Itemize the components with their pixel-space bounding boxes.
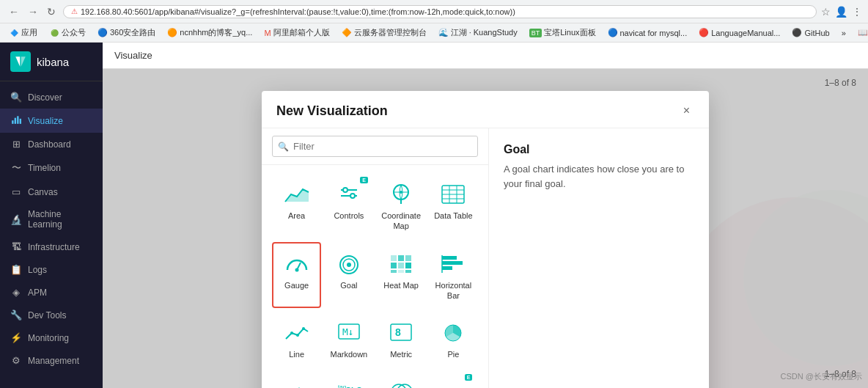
experimental-badge-controls: E <box>360 177 368 183</box>
area-icon <box>282 181 312 208</box>
svg-rect-24 <box>391 255 397 261</box>
viz-item-metric[interactable]: 8 Metric <box>377 311 426 367</box>
nav-buttons[interactable]: ← → ↻ <box>6 4 59 19</box>
viz-item-data-table[interactable]: Data Table <box>429 172 478 239</box>
bookmark-ncnhhm[interactable]: 🟠 ncnhhm的博客_yq... <box>164 26 255 40</box>
viz-item-goal[interactable]: Goal <box>324 242 373 309</box>
reload-button[interactable]: ↻ <box>44 4 59 19</box>
svg-rect-30 <box>391 270 397 273</box>
sidebar-label-management: Management <box>28 356 79 366</box>
sidebar-item-devtools[interactable]: 🔧 Dev Tools <box>0 304 103 326</box>
gzh-icon: 🟢 <box>49 28 59 38</box>
vega-icon: E </> <box>438 378 468 388</box>
viz-item-horizontal-bar[interactable]: Horizontal Bar <box>429 242 478 309</box>
sidebar-label-logs: Logs <box>28 265 47 275</box>
sidebar-item-infrastructure[interactable]: 🏗 Infrastructure <box>0 235 103 258</box>
bookmark-baota[interactable]: BT 宝塔Linux面板 <box>526 26 599 40</box>
svg-rect-33 <box>442 256 457 260</box>
viz-grid: Area E Controls <box>262 165 488 388</box>
svg-rect-34 <box>442 261 463 265</box>
bookmark-aliyun-mail[interactable]: M 阿里邮箱个人版 <box>261 26 332 40</box>
sidebar-item-dashboard[interactable]: ⊞ Dashboard <box>0 133 103 155</box>
sidebar-item-logs[interactable]: 📋 Logs <box>0 258 103 281</box>
svg-point-10 <box>350 194 355 198</box>
canvas-icon: ▭ <box>10 186 22 197</box>
bookmark-star-icon[interactable]: ☆ <box>821 6 831 18</box>
gauge-label: Gauge <box>284 280 309 290</box>
sidebar-item-canvas[interactable]: ▭ Canvas <box>0 180 103 203</box>
data-table-label: Data Table <box>434 211 472 221</box>
sidebar-item-management[interactable]: ⚙ Management <box>0 349 103 372</box>
svg-rect-3 <box>20 119 21 124</box>
viz-grid-inner: Area E Controls <box>272 172 478 388</box>
modal-close-button[interactable]: × <box>679 103 694 119</box>
main-content: Visualize 1–8 of 8 1–8 of 8 CSDN @长安有效显示… <box>103 43 868 388</box>
kibana-icon <box>10 51 31 72</box>
bookmark-gongzhonghao[interactable]: 🟢 公众号 <box>46 26 89 40</box>
sidebar-label-infrastructure: Infrastructure <box>28 242 80 252</box>
bookmark-cloud-console[interactable]: 🔶 云服务器管理控制台 <box>339 26 430 40</box>
heat-map-icon <box>386 251 416 277</box>
profile-icon[interactable]: 👤 <box>835 6 847 18</box>
pie-icon <box>438 320 468 346</box>
back-button[interactable]: ← <box>6 4 22 19</box>
url-bar[interactable]: ⚠ 192.168.80.40:5601/app/kibana#/visuali… <box>63 5 817 18</box>
bookmark-readinglist[interactable]: 📖 阅读清单 <box>855 26 868 40</box>
cloud-icon: 🔶 <box>342 28 352 37</box>
viz-item-coordinate-map[interactable]: Coordinate Map <box>377 172 426 239</box>
bookmark-kuangstudy[interactable]: 🌊 江湖 · KuangStudy <box>435 26 521 40</box>
dashboard-icon: ⊞ <box>10 139 22 150</box>
timelion-viz-icon <box>386 378 416 388</box>
viz-item-tag-cloud[interactable]: tagCLOUDwordtext Tag Cloud <box>324 370 373 388</box>
logs-icon: 📋 <box>10 264 22 275</box>
metric-label: Metric <box>390 349 412 359</box>
security-warning-icon: ⚠ <box>71 7 78 15</box>
modal-right-panel: Goal A goal chart indicates how close yo… <box>489 128 709 388</box>
viz-item-vega[interactable]: E </> Vega <box>429 370 478 388</box>
horizontal-bar-icon <box>438 251 468 277</box>
viz-item-pie[interactable]: Pie <box>429 311 478 367</box>
description-title: Goal <box>504 143 694 156</box>
viz-item-timelion[interactable]: Timelion <box>377 370 426 388</box>
viz-item-line[interactable]: Line <box>272 311 321 367</box>
timelion-icon: 〜 <box>10 161 22 175</box>
sidebar-item-ml[interactable]: 🔬 Machine Learning <box>0 203 103 235</box>
sidebar-item-discover[interactable]: 🔍 Discover <box>0 86 103 109</box>
viz-item-heat-map[interactable]: Heat Map <box>377 242 426 309</box>
bookmark-navicat[interactable]: 🔵 navicat for mysql... <box>605 26 691 39</box>
aliyun-mail-icon: M <box>264 29 271 37</box>
filter-input[interactable] <box>272 136 478 157</box>
viz-item-markdown[interactable]: M↓ Markdown <box>324 311 373 367</box>
sidebar-item-monitoring[interactable]: ⚡ Monitoring <box>0 326 103 349</box>
svg-rect-2 <box>17 116 18 124</box>
sidebar-label-dashboard: Dashboard <box>28 139 71 150</box>
viz-item-controls[interactable]: E Controls <box>324 172 373 239</box>
kibana-brand-text: kibana <box>37 56 69 68</box>
forward-button[interactable]: → <box>25 4 41 19</box>
svg-rect-31 <box>398 270 404 273</box>
experimental-badge-vega: E <box>465 374 473 381</box>
menu-icon[interactable]: ⋮ <box>852 6 862 18</box>
github-icon: ⚫ <box>792 28 802 37</box>
svg-rect-28 <box>398 263 404 268</box>
sidebar-item-timelion[interactable]: 〜 Timelion <box>0 155 103 180</box>
sidebar-label-timelion: Timelion <box>28 163 61 173</box>
browser-chrome: ← → ↻ ⚠ 192.168.80.40:5601/app/kibana#/v… <box>0 0 868 23</box>
url-text: 192.168.80.40:5601/app/kibana#/visualize… <box>81 7 515 16</box>
pie-label: Pie <box>447 349 459 359</box>
bookmark-github[interactable]: ⚫ GitHub <box>789 26 832 39</box>
viz-item-region-map[interactable]: Region Map <box>272 370 321 388</box>
360-icon: 🔵 <box>98 28 108 37</box>
bookmark-more[interactable]: » <box>839 27 849 39</box>
sidebar-item-visualize[interactable]: Visualize <box>0 109 103 133</box>
description-text: A goal chart indicates how close you are… <box>504 162 694 191</box>
apps-bm-icon: 🔷 <box>9 28 19 38</box>
sidebar-item-apm[interactable]: ◈ APM <box>0 281 103 304</box>
viz-item-area[interactable]: Area <box>272 172 321 239</box>
sidebar-label-canvas: Canvas <box>28 187 58 197</box>
bookmark-360[interactable]: 🔵 360安全路由 <box>95 26 158 40</box>
bookmark-langmanual[interactable]: 🔴 LanguageManual... <box>696 26 783 39</box>
svg-rect-42 <box>391 324 411 340</box>
viz-item-gauge[interactable]: Gauge <box>272 242 321 309</box>
bookmark-apps-label[interactable]: 🔷 应用 <box>6 26 40 40</box>
